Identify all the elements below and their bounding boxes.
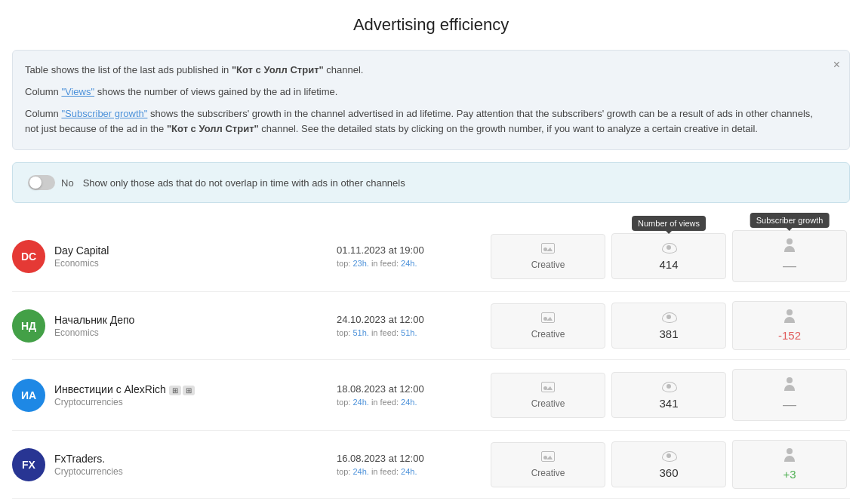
table-row: FXFxTraders.Cryptocurrencies16.08.2023 a…	[12, 431, 850, 499]
date-detail: top: 23h. in feed: 24h.	[337, 259, 488, 268]
views-value: 381	[659, 327, 678, 340]
date-main: 01.11.2023 at 19:00	[337, 244, 488, 256]
person-icon	[783, 377, 796, 394]
toggle-track[interactable]	[28, 175, 55, 190]
date-main: 18.08.2023 at 12:00	[337, 383, 488, 395]
date-main: 24.10.2023 at 12:00	[337, 314, 488, 325]
page-title: Advertising efficiency	[12, 15, 850, 35]
creative-label: Creative	[531, 468, 565, 478]
growth-value: +3	[783, 468, 796, 481]
date-cell: 24.10.2023 at 12:00top: 51h. in feed: 51…	[337, 314, 488, 337]
channel-category: Economics	[54, 327, 134, 338]
avatar: DC	[12, 240, 45, 273]
creative-cell[interactable]: Creative	[491, 303, 605, 349]
views-value: 341	[659, 397, 678, 410]
eye-icon	[662, 241, 676, 255]
date-cell: 18.08.2023 at 12:00top: 24h. in feed: 24…	[337, 383, 488, 407]
views-value: 360	[659, 466, 678, 479]
views-value: 414	[659, 258, 678, 271]
channel-cell: ИАИнвестиции с AlexRich⊞⊞Cryptocurrencie…	[12, 379, 337, 412]
channel-info: FxTraders.Cryptocurrencies	[54, 453, 123, 477]
views-tooltip: Number of views	[632, 216, 706, 231]
ads-table: DCDay CapitalEconomics01.11.2023 at 19:0…	[12, 221, 850, 504]
channel-cell: НДНачальник ДепоEconomics	[12, 309, 337, 343]
creative-label: Creative	[531, 398, 565, 409]
growth-value: —	[783, 258, 796, 274]
avatar: ИА	[12, 379, 45, 412]
date-detail: top: 24h. in feed: 24h.	[337, 398, 488, 407]
person-icon	[783, 448, 796, 465]
growth-value: -152	[778, 329, 801, 342]
date-detail: top: 24h. in feed: 24h.	[337, 467, 488, 476]
filter-text: Show only those ads that do not overlap …	[83, 177, 405, 189]
creative-cell[interactable]: Creative	[491, 234, 605, 279]
image-icon	[541, 312, 555, 326]
channel-name: Начальник Депо	[54, 314, 134, 326]
channel-category: Cryptocurrencies	[54, 397, 195, 407]
person-icon	[783, 309, 796, 326]
views-cell: 381	[611, 303, 726, 349]
growth-cell[interactable]: -152	[732, 301, 847, 350]
channel-info: Начальник ДепоEconomics	[54, 314, 134, 338]
views-cell: 360	[611, 441, 726, 487]
growth-tooltip: Subscriber growth	[750, 213, 830, 228]
creative-cell[interactable]: Creative	[491, 373, 605, 418]
table-row: НДНачальник ДепоEconomics24.10.2023 at 1…	[12, 292, 850, 360]
table-row: PPravo i Zona | PRO Трейдинг16.08.2023 a…	[12, 499, 850, 504]
toggle-switch[interactable]: No	[28, 175, 74, 190]
growth-cell: —	[732, 369, 847, 421]
eye-icon	[662, 450, 676, 463]
image-icon	[541, 382, 555, 395]
person-icon	[783, 238, 796, 255]
growth-value: —	[783, 397, 796, 413]
close-button[interactable]: ×	[833, 58, 840, 72]
toggle-label: No	[61, 177, 74, 189]
growth-cell: Subscriber growth —	[732, 230, 847, 282]
creative-label: Creative	[531, 260, 565, 270]
views-cell: Number of views 414	[611, 233, 726, 279]
eye-icon	[662, 380, 676, 394]
creative-cell[interactable]: Creative	[491, 442, 605, 487]
table-row: ИАИнвестиции с AlexRich⊞⊞Cryptocurrencie…	[12, 360, 850, 431]
channel-cell: FXFxTraders.Cryptocurrencies	[12, 448, 337, 481]
avatar: НД	[12, 309, 45, 343]
views-cell: 341	[611, 372, 726, 418]
info-line-1: Table shows the list of the last ads pub…	[25, 63, 819, 78]
info-line-3: Column "Subscriber growth" shows the sub…	[25, 106, 819, 138]
table-row: DCDay CapitalEconomics01.11.2023 at 19:0…	[12, 221, 850, 292]
date-main: 16.08.2023 at 12:00	[337, 453, 488, 464]
channel-category: Economics	[54, 258, 109, 269]
channel-name: Инвестиции с AlexRich⊞⊞	[54, 383, 195, 395]
channel-cell: DCDay CapitalEconomics	[12, 240, 337, 273]
avatar: FX	[12, 448, 45, 481]
growth-cell[interactable]: +3	[732, 440, 847, 489]
date-cell: 16.08.2023 at 12:00top: 24h. in feed: 24…	[337, 453, 488, 476]
filter-box: No Show only those ads that do not overl…	[12, 162, 850, 203]
channel-category: Cryptocurrencies	[54, 466, 123, 477]
toggle-thumb	[29, 177, 42, 189]
channel-name: FxTraders.	[54, 453, 123, 465]
channel-info: Инвестиции с AlexRich⊞⊞Cryptocurrencies	[54, 383, 195, 407]
channel-info: Day CapitalEconomics	[54, 244, 109, 269]
eye-icon	[662, 311, 676, 324]
channel-name: Day Capital	[54, 244, 109, 257]
info-box: × Table shows the list of the last ads p…	[12, 50, 850, 150]
info-line-2: Column "Views" shows the number of views…	[25, 85, 819, 100]
creative-label: Creative	[531, 329, 565, 340]
image-icon	[541, 451, 555, 465]
date-cell: 01.11.2023 at 19:00top: 23h. in feed: 24…	[337, 244, 488, 268]
image-icon	[541, 243, 555, 257]
date-detail: top: 51h. in feed: 51h.	[337, 328, 488, 337]
